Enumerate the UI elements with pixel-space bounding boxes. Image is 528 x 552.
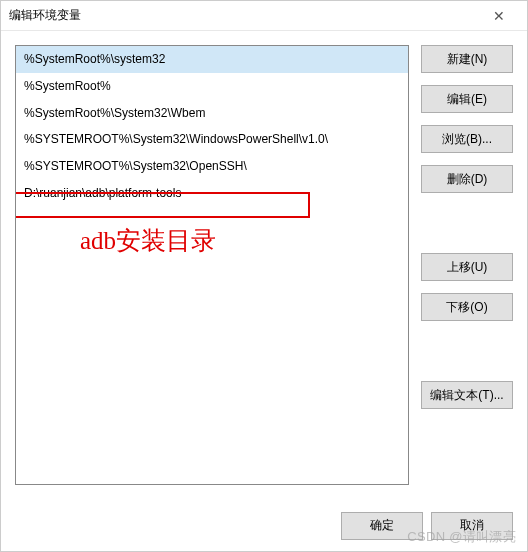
delete-button[interactable]: 删除(D) xyxy=(421,165,513,193)
edit-text-button[interactable]: 编辑文本(T)... xyxy=(421,381,513,409)
new-button[interactable]: 新建(N) xyxy=(421,45,513,73)
move-down-button[interactable]: 下移(O) xyxy=(421,293,513,321)
button-column: 新建(N) 编辑(E) 浏览(B)... 删除(D) 上移(U) 下移(O) 编… xyxy=(421,45,513,485)
list-item[interactable]: %SystemRoot% xyxy=(16,73,408,100)
path-listbox[interactable]: %SystemRoot%\system32 %SystemRoot% %Syst… xyxy=(15,45,409,485)
list-item[interactable]: D:\ruanjian\adb\platform-tools xyxy=(16,180,408,207)
env-var-dialog: 编辑环境变量 ✕ %SystemRoot%\system32 %SystemRo… xyxy=(0,0,528,552)
list-item[interactable]: %SystemRoot%\System32\Wbem xyxy=(16,100,408,127)
annotation-label: adb安装目录 xyxy=(80,224,216,257)
list-item[interactable]: %SYSTEMROOT%\System32\OpenSSH\ xyxy=(16,153,408,180)
dialog-title: 编辑环境变量 xyxy=(9,7,479,24)
dialog-footer: 确定 取消 xyxy=(1,499,527,551)
edit-button[interactable]: 编辑(E) xyxy=(421,85,513,113)
ok-button[interactable]: 确定 xyxy=(341,512,423,540)
move-up-button[interactable]: 上移(U) xyxy=(421,253,513,281)
browse-button[interactable]: 浏览(B)... xyxy=(421,125,513,153)
spacer xyxy=(421,205,513,241)
spacer xyxy=(421,333,513,369)
cancel-button[interactable]: 取消 xyxy=(431,512,513,540)
list-item[interactable]: %SYSTEMROOT%\System32\WindowsPowerShell\… xyxy=(16,126,408,153)
close-icon[interactable]: ✕ xyxy=(479,8,519,24)
dialog-body: %SystemRoot%\system32 %SystemRoot% %Syst… xyxy=(1,31,527,499)
list-item[interactable]: %SystemRoot%\system32 xyxy=(16,46,408,73)
titlebar: 编辑环境变量 ✕ xyxy=(1,1,527,31)
